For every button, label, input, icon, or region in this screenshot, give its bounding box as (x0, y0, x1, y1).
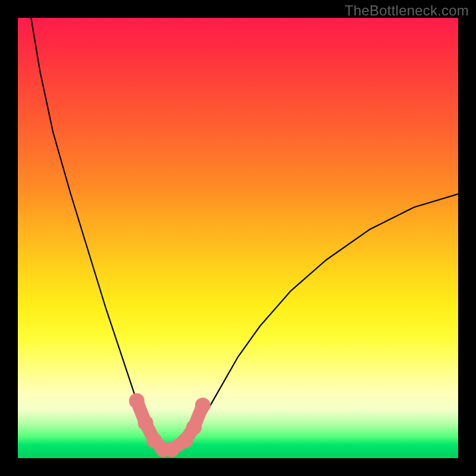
marker-dot (129, 393, 145, 409)
marker-dot (195, 397, 211, 413)
marker-dot (177, 433, 193, 448)
watermark-text: TheBottleneck.com (345, 2, 469, 19)
chart-overlay (18, 18, 458, 458)
marker-dot (164, 441, 180, 457)
chart-frame: TheBottleneck.com (0, 0, 476, 476)
marker-dot (186, 419, 202, 435)
highlighted-range-dots (129, 393, 211, 457)
marker-dot (138, 415, 154, 431)
plot-area (18, 18, 458, 458)
bottleneck-curve (31, 18, 458, 449)
